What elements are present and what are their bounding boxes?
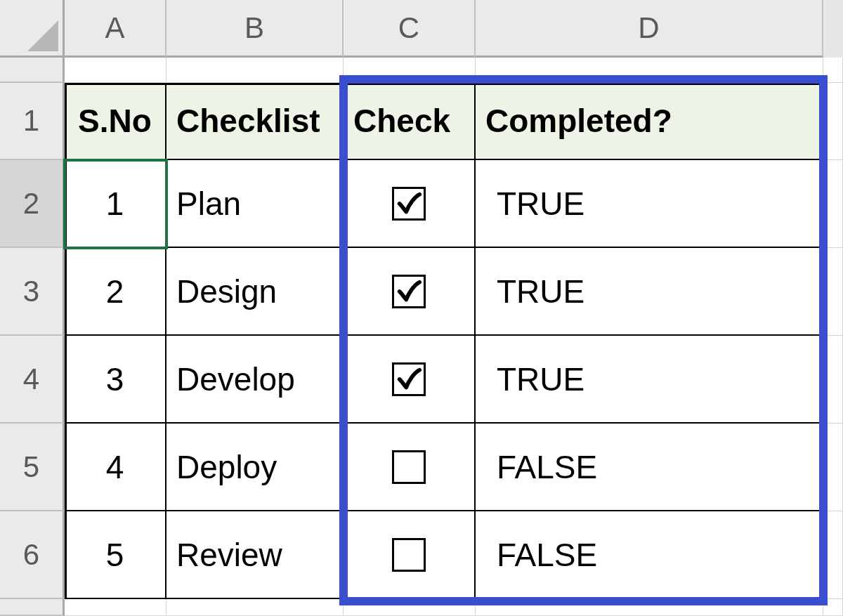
- column-header-B[interactable]: B: [166, 0, 344, 58]
- spreadsheet: A B C D 1 2 3 4 5 6 S.No Checklist Check…: [0, 0, 843, 616]
- checkmark-icon: [396, 190, 422, 217]
- cell-D5[interactable]: FALSE: [476, 424, 823, 511]
- checkmark-icon: [396, 366, 422, 393]
- cell-D2[interactable]: TRUE: [476, 160, 823, 248]
- checkbox[interactable]: [392, 362, 426, 396]
- grid-cell[interactable]: [344, 58, 476, 83]
- cell-C6[interactable]: [344, 511, 476, 599]
- cell-A3[interactable]: 2: [65, 248, 166, 336]
- cell-D3[interactable]: TRUE: [476, 248, 823, 336]
- checkbox[interactable]: [392, 450, 426, 484]
- row-header-4[interactable]: 4: [0, 336, 65, 424]
- cell-B4[interactable]: Develop: [166, 336, 344, 424]
- grid-cell[interactable]: [823, 424, 843, 511]
- checkbox[interactable]: [392, 538, 426, 572]
- row-header-1[interactable]: 1: [0, 83, 65, 160]
- grid-cell[interactable]: [476, 599, 823, 616]
- cell-C2[interactable]: [344, 160, 476, 248]
- checkbox[interactable]: [392, 275, 426, 308]
- cell-A6[interactable]: 5: [65, 511, 166, 599]
- grid-cell[interactable]: [823, 511, 843, 599]
- column-header-D[interactable]: D: [476, 0, 823, 58]
- grid-cell[interactable]: [166, 58, 344, 83]
- cell-A1[interactable]: S.No: [65, 83, 166, 160]
- cell-B1[interactable]: Checklist: [166, 83, 344, 160]
- column-header-C[interactable]: C: [344, 0, 476, 58]
- cell-B2[interactable]: Plan: [166, 160, 344, 248]
- cell-A4[interactable]: 3: [65, 336, 166, 424]
- cell-C3[interactable]: [344, 248, 476, 336]
- cell-B6[interactable]: Review: [166, 511, 344, 599]
- grid-cell[interactable]: [823, 160, 843, 248]
- checkmark-icon: [396, 278, 422, 305]
- cell-A5[interactable]: 4: [65, 424, 166, 511]
- cell-B3[interactable]: Design: [166, 248, 344, 336]
- row-header-3[interactable]: 3: [0, 248, 65, 336]
- grid-cell[interactable]: [823, 58, 843, 83]
- column-header-A[interactable]: A: [65, 0, 166, 58]
- grid-cell[interactable]: [65, 58, 166, 83]
- select-all-triangle-icon: [27, 20, 58, 51]
- row-header-blank2[interactable]: [0, 599, 65, 616]
- checkbox[interactable]: [392, 187, 426, 221]
- row-header-5[interactable]: 5: [0, 424, 65, 511]
- grid-cell[interactable]: [65, 599, 166, 616]
- grid-cell[interactable]: [476, 58, 823, 83]
- grid-cell[interactable]: [166, 599, 344, 616]
- cell-D4[interactable]: TRUE: [476, 336, 823, 424]
- cell-D1[interactable]: Completed?: [476, 83, 823, 160]
- cell-B5[interactable]: Deploy: [166, 424, 344, 511]
- select-all-button[interactable]: [0, 0, 65, 58]
- grid-cell[interactable]: [823, 336, 843, 424]
- cell-C1[interactable]: Check: [344, 83, 476, 160]
- cell-C5[interactable]: [344, 424, 476, 511]
- cell-D6[interactable]: FALSE: [476, 511, 823, 599]
- grid-cell[interactable]: [823, 83, 843, 160]
- grid-cell[interactable]: [823, 248, 843, 336]
- grid-cell[interactable]: [344, 599, 476, 616]
- cell-A2[interactable]: 1: [65, 160, 166, 248]
- grid-cell[interactable]: [823, 599, 843, 616]
- row-header-2[interactable]: 2: [0, 160, 65, 248]
- row-header-blank[interactable]: [0, 58, 65, 83]
- row-header-6[interactable]: 6: [0, 511, 65, 599]
- cell-C4[interactable]: [344, 336, 476, 424]
